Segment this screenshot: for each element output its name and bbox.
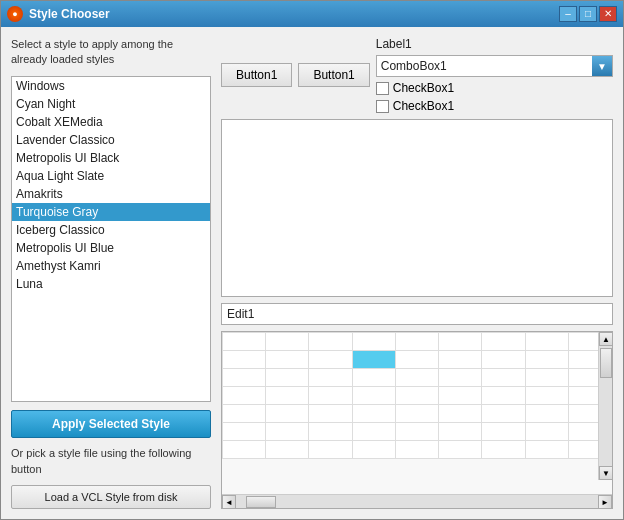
style-list-item[interactable]: Cobalt XEMedia	[12, 113, 210, 131]
maximize-button[interactable]: □	[579, 6, 597, 22]
grid-cell[interactable]	[525, 333, 568, 351]
grid-cell[interactable]	[395, 351, 438, 369]
close-button[interactable]: ✕	[599, 6, 617, 22]
grid-cell[interactable]	[482, 333, 525, 351]
grid-scroll-area	[222, 332, 612, 494]
style-list-item[interactable]: Luna	[12, 275, 210, 293]
scrollbar-thumb-h[interactable]	[246, 496, 276, 508]
combobox-dropdown-arrow[interactable]: ▼	[592, 56, 612, 76]
grid-cell[interactable]	[395, 387, 438, 405]
grid-cell[interactable]	[482, 423, 525, 441]
edit1-field[interactable]: Edit1	[221, 303, 613, 325]
grid-cell[interactable]	[395, 405, 438, 423]
combobox1[interactable]: ComboBox1 ▼	[376, 55, 613, 77]
grid-cell[interactable]	[525, 387, 568, 405]
grid-cell[interactable]	[525, 423, 568, 441]
title-bar-left: ● Style Chooser	[7, 6, 110, 22]
grid-cell[interactable]	[352, 351, 395, 369]
grid-cell[interactable]	[352, 423, 395, 441]
grid-cell[interactable]	[266, 369, 309, 387]
grid-cell[interactable]	[395, 333, 438, 351]
grid-cell[interactable]	[525, 369, 568, 387]
grid-cell[interactable]	[482, 405, 525, 423]
checkbox2-box[interactable]	[376, 100, 389, 113]
scroll-up-button[interactable]: ▲	[599, 332, 612, 346]
scroll-right-button[interactable]: ►	[598, 495, 612, 509]
window-title: Style Chooser	[29, 7, 110, 21]
grid-area: ▲ ▼ ◄ ►	[221, 331, 613, 509]
minimize-button[interactable]: –	[559, 6, 577, 22]
grid-cell[interactable]	[266, 387, 309, 405]
grid-cell[interactable]	[352, 333, 395, 351]
grid-cell[interactable]	[223, 387, 266, 405]
grid-cell[interactable]	[352, 441, 395, 459]
grid-cell[interactable]	[439, 423, 482, 441]
scroll-down-button[interactable]: ▼	[599, 466, 612, 480]
grid-cell[interactable]	[395, 423, 438, 441]
grid-cell[interactable]	[309, 405, 352, 423]
grid-cell[interactable]	[223, 369, 266, 387]
checkbox1-box[interactable]	[376, 82, 389, 95]
scrollbar-thumb-v[interactable]	[600, 348, 612, 378]
grid-cell[interactable]	[309, 369, 352, 387]
grid-cell[interactable]	[482, 369, 525, 387]
style-list-item[interactable]: Lavender Classico	[12, 131, 210, 149]
grid-cell[interactable]	[309, 333, 352, 351]
style-list-item[interactable]: Iceberg Classico	[12, 221, 210, 239]
grid-cell[interactable]	[525, 441, 568, 459]
style-list-item[interactable]: Aqua Light Slate	[12, 167, 210, 185]
scrollbar-track-v[interactable]	[599, 346, 612, 466]
grid-cell[interactable]	[266, 405, 309, 423]
grid-cell[interactable]	[266, 333, 309, 351]
grid-cell[interactable]	[266, 441, 309, 459]
grid-table	[222, 332, 612, 459]
grid-cell[interactable]	[352, 369, 395, 387]
grid-cell[interactable]	[439, 441, 482, 459]
checkbox2-row[interactable]: CheckBox1	[376, 99, 613, 113]
grid-cell[interactable]	[266, 351, 309, 369]
style-list-item[interactable]: Amakrits	[12, 185, 210, 203]
grid-cell[interactable]	[309, 387, 352, 405]
grid-cell[interactable]	[223, 333, 266, 351]
style-list-item[interactable]: Metropolis UI Blue	[12, 239, 210, 257]
checkbox1-row[interactable]: CheckBox1	[376, 81, 613, 95]
grid-cell[interactable]	[309, 441, 352, 459]
checkboxes: CheckBox1 CheckBox1	[376, 81, 613, 113]
grid-cell[interactable]	[309, 423, 352, 441]
grid-cell[interactable]	[482, 387, 525, 405]
grid-cell[interactable]	[223, 441, 266, 459]
apply-selected-style-button[interactable]: Apply Selected Style	[11, 410, 211, 438]
style-list-item[interactable]: Windows	[12, 77, 210, 95]
grid-cell[interactable]	[439, 369, 482, 387]
grid-cell[interactable]	[395, 441, 438, 459]
grid-cell[interactable]	[482, 441, 525, 459]
grid-cell[interactable]	[223, 351, 266, 369]
style-list-item[interactable]: Cyan Night	[12, 95, 210, 113]
scroll-left-button[interactable]: ◄	[222, 495, 236, 509]
grid-cell[interactable]	[439, 387, 482, 405]
grid-cell[interactable]	[309, 351, 352, 369]
horizontal-scrollbar[interactable]: ◄ ►	[222, 494, 612, 508]
grid-cell[interactable]	[439, 405, 482, 423]
scrollbar-track-h[interactable]	[236, 495, 598, 508]
grid-cell[interactable]	[482, 351, 525, 369]
grid-cell[interactable]	[439, 333, 482, 351]
style-list-item[interactable]: Amethyst Kamri	[12, 257, 210, 275]
grid-cell[interactable]	[525, 351, 568, 369]
grid-cell[interactable]	[223, 423, 266, 441]
grid-cell[interactable]	[352, 405, 395, 423]
grid-cell[interactable]	[395, 369, 438, 387]
vertical-scrollbar[interactable]: ▲ ▼	[598, 332, 612, 480]
grid-cell[interactable]	[439, 351, 482, 369]
button2-preview[interactable]: Button1	[298, 63, 369, 87]
button1-preview[interactable]: Button1	[221, 63, 292, 87]
grid-cell[interactable]	[266, 423, 309, 441]
grid-cell[interactable]	[525, 405, 568, 423]
style-list[interactable]: WindowsCyan NightCobalt XEMediaLavender …	[11, 76, 211, 402]
grid-cell[interactable]	[352, 387, 395, 405]
grid-cell[interactable]	[223, 405, 266, 423]
style-list-item[interactable]: Turquoise Gray	[12, 203, 210, 221]
main-window: ● Style Chooser – □ ✕ Select a style to …	[0, 0, 624, 520]
load-vcl-style-button[interactable]: Load a VCL Style from disk	[11, 485, 211, 509]
style-list-item[interactable]: Metropolis UI Black	[12, 149, 210, 167]
